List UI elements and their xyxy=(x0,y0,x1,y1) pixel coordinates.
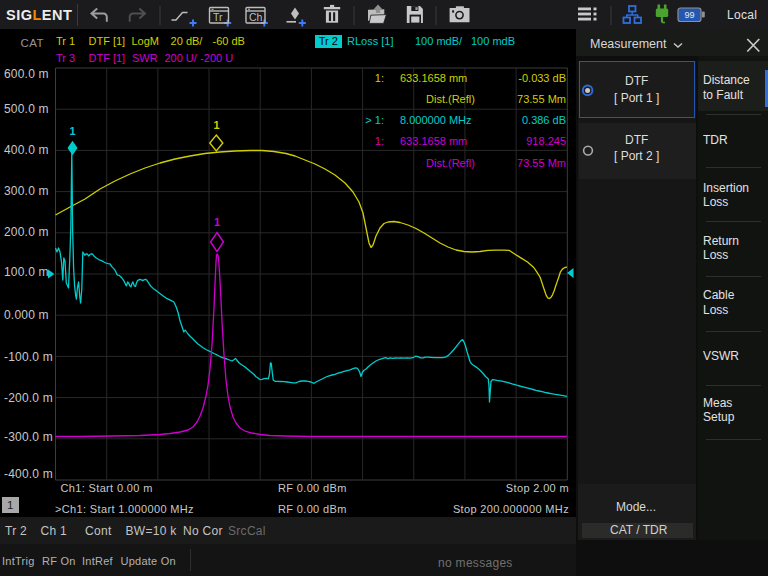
svg-text:99: 99 xyxy=(684,10,694,20)
svg-text:Ch: Ch xyxy=(249,11,263,23)
svg-text:Tr: Tr xyxy=(213,11,223,23)
